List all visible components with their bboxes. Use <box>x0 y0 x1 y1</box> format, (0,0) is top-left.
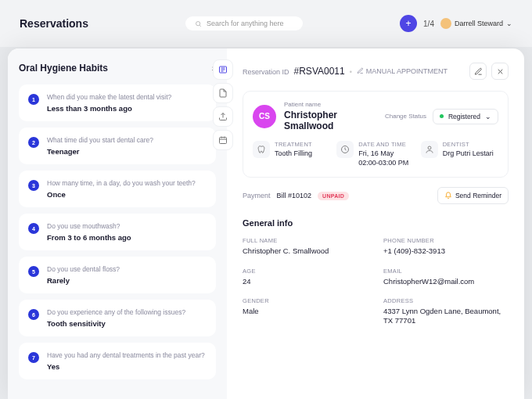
question-answer: Once <box>47 190 207 199</box>
svg-point-0 <box>196 21 200 25</box>
question-number: 2 <box>28 137 39 148</box>
reservation-id-label: Reservation ID <box>243 68 289 76</box>
question-number: 5 <box>28 266 39 277</box>
question-card[interactable]: 5 Do you use dental floss? Rarely <box>19 257 216 293</box>
tab-calendar-icon[interactable] <box>213 130 233 150</box>
patient-name: Christopher Smallwood <box>284 110 377 131</box>
background-header: Reservations Search for anything here + … <box>0 0 532 47</box>
left-panel: Oral Hygiene Habits › 1 When did you mak… <box>8 49 227 399</box>
gi-address-label: ADDRESS <box>383 297 509 304</box>
tab-form-icon[interactable] <box>213 59 233 80</box>
bill-number: Bill #10102 <box>277 192 312 200</box>
right-panel: Reservation ID #RSVA0011 • MANUAL APPOIN… <box>227 49 524 399</box>
patient-name-block: Patient name Christopher Smallwood <box>284 101 377 131</box>
question-answer: From 3 to 6 months ago <box>47 233 207 242</box>
close-button[interactable] <box>491 63 509 80</box>
dentist-value: Drg Putri Lestari <box>443 149 494 159</box>
question-card[interactable]: 7 Have you had any dental treatments in … <box>19 343 216 379</box>
add-button[interactable]: + <box>400 15 417 32</box>
payment-row: Payment Bill #10102 UNPAID Send Reminder <box>243 187 509 204</box>
gi-address: ADDRESS 4337 Lynn Ogden Lane, Beaumont, … <box>383 297 509 326</box>
time-value: 02:00-03:00 PM <box>358 159 408 168</box>
payment-left: Payment Bill #10102 UNPAID <box>243 192 349 200</box>
patient-name-label: Patient name <box>284 101 377 108</box>
gi-gender-label: GENDER <box>243 297 368 304</box>
question-card[interactable]: 6 Do you experience any of the following… <box>19 300 216 336</box>
treatment-value: Tooth Filling <box>275 149 312 159</box>
search-input[interactable]: Search for anything here <box>185 16 303 31</box>
reservation-id-block: Reservation ID #RSVA0011 • MANUAL APPOIN… <box>243 66 448 77</box>
page-title: Reservations <box>20 17 88 30</box>
change-status-link[interactable]: Change Status <box>385 113 426 120</box>
question-number: 3 <box>28 180 39 191</box>
user-icon <box>421 141 438 158</box>
send-reminder-button[interactable]: Send Reminder <box>437 187 509 204</box>
tab-export-icon[interactable] <box>213 106 233 127</box>
meta-dentist: DENTIST Drg Putri Lestari <box>421 141 498 167</box>
reservation-header: Reservation ID #RSVA0011 • MANUAL APPOIN… <box>243 63 509 80</box>
gi-email-value: ChristopherW12@mail.com <box>383 277 509 286</box>
send-reminder-label: Send Reminder <box>455 192 501 200</box>
header-fraction: 1/4 <box>423 20 434 28</box>
meta-datetime: DATE AND TIME Fri, 16 May 02:00-03:00 PM <box>336 141 414 167</box>
payment-status-badge: UNPAID <box>318 192 349 200</box>
header-right: + 1/4 Darrell Steward ⌄ <box>400 15 512 32</box>
bell-icon <box>444 192 452 200</box>
meta-row: TREATMENT Tooth Filling DATE AND TIME Fr… <box>253 141 498 167</box>
edit-button[interactable] <box>469 63 487 80</box>
question-label: Do you use dental floss? <box>47 265 207 273</box>
treatment-label: TREATMENT <box>275 141 312 148</box>
question-number: 1 <box>28 94 39 105</box>
gi-age: AGE 24 <box>243 268 368 286</box>
side-icon-rail <box>213 59 233 150</box>
gi-fullname: FULL NAME Christopher C. Smallwood <box>243 237 368 256</box>
manual-label: MANUAL APPOINTMENT <box>366 67 448 75</box>
question-number: 7 <box>28 352 39 363</box>
gi-gender: GENDER Male <box>243 297 368 326</box>
manual-appointment-tag: MANUAL APPOINTMENT <box>357 67 448 75</box>
tooth-icon <box>253 141 270 158</box>
chevron-down-icon: ⌄ <box>485 113 491 120</box>
general-info-title: General info <box>243 218 509 228</box>
gi-phone: PHONE NUMBER +1 (409)-832-3913 <box>383 237 509 256</box>
gi-fullname-value: Christopher C. Smallwood <box>243 246 368 256</box>
payment-label: Payment <box>243 192 271 200</box>
reservation-actions <box>469 63 509 80</box>
left-header[interactable]: Oral Hygiene Habits › <box>19 63 219 74</box>
gi-gender-value: Male <box>243 307 368 316</box>
chevron-down-icon: ⌄ <box>506 20 512 27</box>
status-area: Change Status Registered ⌄ <box>385 109 498 124</box>
avatar <box>440 18 451 29</box>
svg-rect-2 <box>220 138 227 144</box>
meta-treatment: TREATMENT Tooth Filling <box>253 141 330 167</box>
question-card[interactable]: 4 Do you use mouthwash? From 3 to 6 mont… <box>19 214 216 250</box>
dentist-label: DENTIST <box>443 141 494 148</box>
dot-separator: • <box>350 68 352 76</box>
user-menu[interactable]: Darrell Steward ⌄ <box>440 18 512 29</box>
datetime-label: DATE AND TIME <box>358 141 408 148</box>
left-title: Oral Hygiene Habits <box>19 63 108 74</box>
reservation-id: #RSVA0011 <box>294 66 345 77</box>
question-label: Have you had any dental treatments in th… <box>47 351 207 359</box>
question-number: 6 <box>28 309 39 320</box>
clock-icon <box>336 141 354 158</box>
date-value: Fri, 16 May <box>358 149 408 159</box>
question-card[interactable]: 3 How many time, in a day, do you wash y… <box>19 171 216 207</box>
status-text: Registered <box>448 113 480 120</box>
gi-age-label: AGE <box>243 268 368 275</box>
tab-document-icon[interactable] <box>213 83 233 103</box>
question-answer: Rarely <box>47 276 207 285</box>
question-label: What time did you start dental care? <box>47 136 207 144</box>
svg-point-4 <box>428 146 431 149</box>
search-placeholder: Search for anything here <box>207 20 284 27</box>
question-answer: Tooth sensitivity <box>47 319 207 328</box>
gi-phone-label: PHONE NUMBER <box>383 237 509 244</box>
status-dropdown[interactable]: Registered ⌄ <box>433 109 498 124</box>
gi-phone-value: +1 (409)-832-3913 <box>383 246 509 256</box>
gi-fullname-label: FULL NAME <box>243 237 368 244</box>
search-icon <box>195 20 202 27</box>
question-card[interactable]: 1 When did you make the latest dental vi… <box>19 84 216 121</box>
question-list: 1 When did you make the latest dental vi… <box>19 84 219 395</box>
question-card[interactable]: 2 What time did you start dental care? T… <box>19 128 216 164</box>
question-answer: Yes <box>47 362 207 371</box>
